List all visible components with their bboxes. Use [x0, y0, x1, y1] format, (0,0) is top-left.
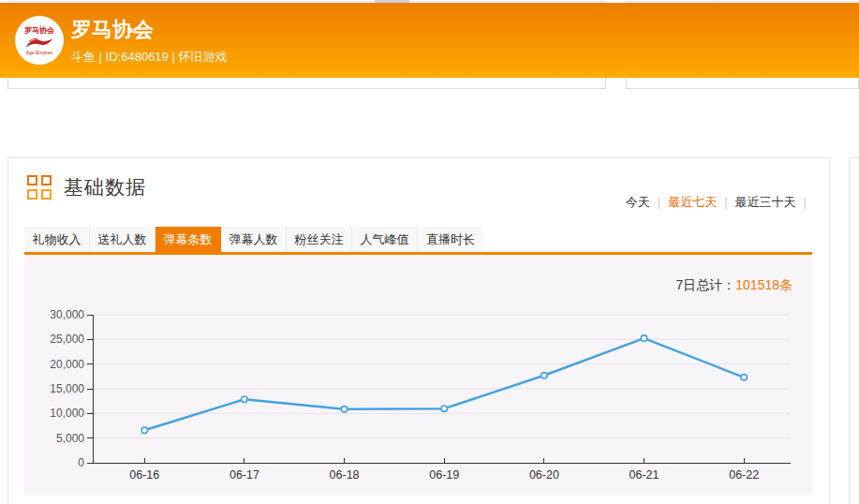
svg-text:25,000: 25,000	[50, 333, 84, 346]
tab-popularity-peak[interactable]: 人气峰值	[352, 227, 418, 252]
svg-text:30,000: 30,000	[50, 308, 84, 321]
svg-text:06-16: 06-16	[129, 468, 159, 482]
avatar-text-top: 罗马协会	[24, 26, 54, 35]
line-chart: 05,00010,00015,00020,00025,00030,00006-1…	[24, 255, 812, 496]
chart-area: 7日总计：101518条 05,00010,00015,00020,00025,…	[24, 255, 812, 496]
channel-header: 罗马协会 Age Empires 罗马协会 斗鱼 | ID:6480619 | …	[0, 3, 859, 78]
channel-avatar: 罗马协会 Age Empires	[15, 16, 64, 65]
svg-text:15,000: 15,000	[50, 382, 84, 395]
avatar-text-bottom: Age Empires	[26, 50, 53, 55]
range-separator: |	[720, 195, 731, 209]
tab-stream-duration[interactable]: 直播时长	[418, 227, 483, 252]
metric-tabs: 礼物收入送礼人数弹幕条数弹幕人数粉丝关注人气峰值直播时长	[24, 227, 483, 252]
channel-meta: 斗鱼 | ID:6480619 | 怀旧游戏	[71, 49, 227, 66]
svg-text:10,000: 10,000	[50, 407, 84, 420]
right-panel-fragment	[849, 157, 859, 504]
channel-title: 罗马协会	[71, 17, 227, 43]
svg-text:5,000: 5,000	[56, 432, 84, 445]
svg-text:20,000: 20,000	[50, 358, 84, 371]
range-option-last-30-days[interactable]: 最近三十天	[732, 195, 800, 209]
tab-danmaku-users[interactable]: 弹幕人数	[221, 227, 287, 252]
svg-text:0: 0	[78, 456, 84, 469]
range-option-last-7-days[interactable]: 最近七天	[664, 195, 720, 209]
tab-gifters[interactable]: 送礼人数	[90, 227, 156, 252]
range-separator: |	[654, 195, 664, 209]
svg-text:06-21: 06-21	[629, 468, 659, 482]
range-option-today[interactable]: 今天	[622, 195, 654, 209]
svg-text:06-22: 06-22	[729, 468, 759, 482]
grid-icon	[27, 175, 52, 200]
range-separator: |	[800, 195, 810, 209]
dragon-emblem-icon	[23, 35, 55, 50]
basic-data-panel: 基础数据 今天|最近七天|最近三十天| 礼物收入送礼人数弹幕条数弹幕人数粉丝关注…	[7, 157, 830, 504]
date-range-selector: 今天|最近七天|最近三十天|	[622, 194, 810, 211]
section-title: 基础数据	[64, 174, 146, 200]
tab-danmaku-count[interactable]: 弹幕条数	[156, 227, 221, 252]
svg-text:06-18: 06-18	[330, 468, 360, 482]
svg-text:06-17: 06-17	[230, 468, 259, 482]
tab-gift-income[interactable]: 礼物收入	[24, 227, 90, 252]
svg-text:06-19: 06-19	[429, 468, 459, 482]
svg-text:06-20: 06-20	[529, 468, 559, 482]
tab-followers[interactable]: 粉丝关注	[287, 227, 352, 252]
